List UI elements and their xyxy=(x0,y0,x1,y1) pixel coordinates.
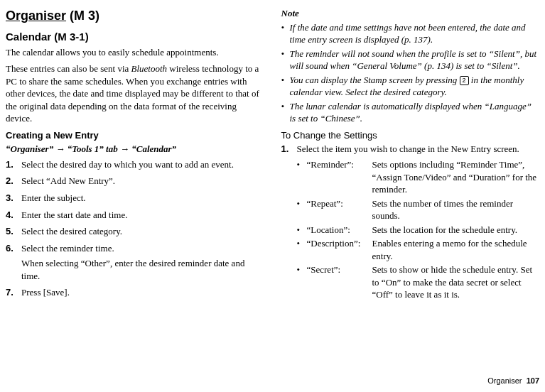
step-number: 1. xyxy=(6,158,21,171)
option-label: “Reminder”: xyxy=(307,158,372,196)
note-item: • You can display the Stamp screen by pr… xyxy=(281,74,540,99)
subtitle: Calendar (M 3-1) xyxy=(6,30,264,44)
subtitle-code: (M 3-1) xyxy=(51,31,89,43)
option-item: • “Location”: Sets the location for the … xyxy=(297,224,540,236)
options-list: • “Reminder”: Sets options including “Re… xyxy=(297,158,540,301)
option-label: “Repeat”: xyxy=(307,197,372,222)
bullet-icon: • xyxy=(297,224,307,236)
bullet-icon: • xyxy=(297,197,307,222)
page-footer: Organiser 107 xyxy=(6,376,539,386)
note-item: • The lunar calendar is automatically di… xyxy=(281,100,540,125)
note-text: If the date and time settings have not b… xyxy=(290,21,540,46)
step-item: 1. Select the desired day to which you w… xyxy=(6,158,264,171)
step-text: Enter the subject. xyxy=(21,192,264,205)
intro-paragraph-1: The calendar allows you to easily schedu… xyxy=(6,46,264,59)
title-main: Organiser xyxy=(6,9,66,23)
step-number: 4. xyxy=(6,209,21,222)
step-subtext: When selecting “Other”, enter the desire… xyxy=(21,257,264,282)
option-item: • “Secret”: Sets to show or hide the sch… xyxy=(297,263,540,301)
bullet-icon: • xyxy=(297,237,307,262)
step-number: 2. xyxy=(6,175,21,187)
note-item: • If the date and time settings have not… xyxy=(281,21,540,46)
intro-paragraph-2: These entries can also be sent via Bluet… xyxy=(6,62,264,125)
bullet-icon: • xyxy=(297,263,307,301)
steps-list: 1. Select the desired day to which you w… xyxy=(6,158,264,299)
note-heading: Note xyxy=(281,7,540,20)
bullet-icon: • xyxy=(281,100,290,125)
option-desc: Sets to show or hide the schedule entry.… xyxy=(372,263,540,301)
option-label: “Secret”: xyxy=(307,263,372,301)
subtitle-main: Calendar xyxy=(6,31,51,43)
step-number: 7. xyxy=(6,286,21,299)
option-desc: Sets options including “Reminder Time”, … xyxy=(372,158,540,196)
footer-label: Organiser xyxy=(487,376,522,385)
step-text: Select “Add New Entry”. xyxy=(21,175,264,187)
section-create-entry: Creating a New Entry xyxy=(6,129,264,142)
step-item: 7. Press [Save]. xyxy=(6,286,264,299)
note-list: • If the date and time settings have not… xyxy=(281,21,540,125)
option-label: “Description”: xyxy=(307,237,372,262)
bullet-icon: • xyxy=(297,158,307,196)
note-text: The lunar calendar is automatically disp… xyxy=(290,100,540,125)
option-desc: Sets the number of times the reminder so… xyxy=(372,197,540,222)
note-item: • The reminder will not sound when the p… xyxy=(281,48,540,72)
page-title: Organiser (M 3) xyxy=(6,7,264,24)
step-text: Select the item you wish to change in th… xyxy=(297,143,540,156)
note-text: The reminder will not sound when the pro… xyxy=(290,48,540,72)
step-item: 2. Select “Add New Entry”. xyxy=(6,175,264,187)
option-item: • “Description”: Enables entering a memo… xyxy=(297,237,540,262)
option-item: • “Repeat”: Sets the number of times the… xyxy=(297,197,540,222)
step-number: 3. xyxy=(6,192,21,205)
step-number: 5. xyxy=(6,225,21,238)
step-item: 5. Select the desired category. xyxy=(6,225,264,238)
bullet-icon: • xyxy=(281,48,290,72)
option-item: • “Reminder”: Sets options including “Re… xyxy=(297,158,540,196)
step-text: Select the desired category. xyxy=(21,225,264,238)
step-text: Select the desired day to which you want… xyxy=(21,158,264,171)
bullet-icon: • xyxy=(281,74,290,99)
step-text: Select the reminder time. When selecting… xyxy=(21,242,264,283)
step-item: 3. Enter the subject. xyxy=(6,192,264,205)
key-icon: 2 xyxy=(460,76,469,85)
right-column: Note • If the date and time settings hav… xyxy=(281,7,540,373)
step-number: 6. xyxy=(6,242,21,283)
option-label: “Location”: xyxy=(307,224,372,236)
option-desc: Enables entering a memo for the schedule… xyxy=(372,237,540,262)
step-number: 1. xyxy=(281,143,297,303)
title-code: (M 3) xyxy=(66,9,99,23)
settings-heading: To Change the Settings xyxy=(281,129,540,142)
note-text: You can display the Stamp screen by pres… xyxy=(290,74,540,99)
left-column: Organiser (M 3) Calendar (M 3-1) The cal… xyxy=(6,7,264,373)
step-text: Press [Save]. xyxy=(21,286,264,299)
step-text: Enter the start date and time. xyxy=(21,209,264,222)
bullet-icon: • xyxy=(281,21,290,46)
step-item: 4. Enter the start date and time. xyxy=(6,209,264,222)
step-item: 6. Select the reminder time. When select… xyxy=(6,242,264,283)
option-desc: Sets the location for the schedule entry… xyxy=(372,224,540,236)
page-number: 107 xyxy=(527,376,539,385)
nav-path: “Organiser” → “Tools 1” tab → “Calendar” xyxy=(6,143,264,156)
settings-step: 1. Select the item you wish to change in… xyxy=(281,143,540,303)
